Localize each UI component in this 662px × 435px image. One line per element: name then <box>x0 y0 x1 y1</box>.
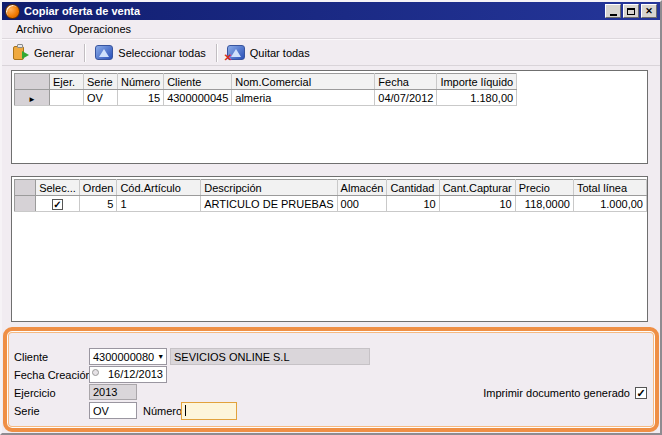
toolbar-separator <box>84 44 85 62</box>
offers-header-ejer[interactable]: Ejer. <box>50 74 84 90</box>
cliente-label: Cliente <box>14 351 48 363</box>
offers-header-cliente[interactable]: Cliente <box>164 74 232 90</box>
minimize-icon <box>610 14 617 16</box>
offers-header-fecha[interactable]: Fecha <box>375 74 437 90</box>
lines-cell-orden[interactable]: 5 <box>79 196 117 212</box>
imprimir-option[interactable]: Imprimir documento generado ✓ <box>483 387 647 399</box>
lines-header-cantcapturar[interactable]: Cant.Capturar <box>439 180 515 196</box>
window-controls: ✕ <box>605 4 657 18</box>
serie-label: Serie <box>14 405 40 417</box>
offers-grid-row[interactable]: ► 2012 OV 15 4300000045 almeria 04/07/20… <box>15 90 517 106</box>
offers-header-nomcomercial[interactable]: Nom.Comercial <box>232 74 375 90</box>
lines-header-orden[interactable]: Orden <box>79 180 117 196</box>
lines-grid-panel: Selec... Orden Cód.Artículo Descripción … <box>11 176 648 322</box>
menubar: Archivo Operaciones <box>2 20 660 39</box>
copiar-oferta-dialog: Copiar oferta de venta ✕ Archivo Operaci… <box>0 0 662 435</box>
serie-field[interactable] <box>89 402 137 419</box>
lines-row-header <box>15 196 36 212</box>
lines-grid-row[interactable]: ✓ 5 1 ARTICULO DE PRUEBAS 000 10 10 118,… <box>15 196 647 212</box>
app-icon <box>5 4 20 19</box>
lines-header-rowselector <box>15 180 36 196</box>
row-indicator-icon: ► <box>28 95 36 104</box>
fecha-creacion-value: 16/12/2013 <box>108 368 163 380</box>
titlebar: Copiar oferta de venta ✕ <box>2 2 660 20</box>
remove-all-icon: ✕ <box>227 45 245 60</box>
minimize-button[interactable] <box>605 4 621 18</box>
offers-cell-ejer[interactable]: 2012 <box>50 90 84 106</box>
offers-cell-serie[interactable]: OV <box>84 90 118 106</box>
ejercicio-label: Ejercicio <box>14 387 56 399</box>
selected-checkbox[interactable]: ✓ <box>52 199 63 210</box>
lines-header-selec[interactable]: Selec... <box>36 180 80 196</box>
date-picker-icon[interactable] <box>92 369 99 376</box>
cliente-combobox[interactable]: 4300000080 ▼ <box>89 348 167 365</box>
toolbar-separator <box>216 44 217 62</box>
lines-cell-almacen[interactable]: 000 <box>337 196 387 212</box>
select-all-icon <box>95 45 113 60</box>
lines-header-almacen[interactable]: Almacén <box>337 180 387 196</box>
text-caret <box>185 405 186 416</box>
close-button[interactable]: ✕ <box>641 4 657 18</box>
offers-grid: Ejer. Serie Número Cliente Nom.Comercial… <box>14 73 517 106</box>
offers-grid-panel: Ejer. Serie Número Cliente Nom.Comercial… <box>11 70 648 164</box>
maximize-icon <box>627 8 635 15</box>
lines-header-precio[interactable]: Precio <box>515 180 573 196</box>
chevron-down-icon[interactable]: ▼ <box>154 353 167 360</box>
lines-header-totallinea[interactable]: Total línea <box>573 180 646 196</box>
lines-cell-selec[interactable]: ✓ <box>36 196 80 212</box>
destination-form-panel: Cliente 4300000080 ▼ Fecha Creación 16/1… <box>3 327 659 432</box>
ejercicio-field <box>89 384 137 400</box>
fecha-creacion-field[interactable]: 16/12/2013 <box>89 366 167 383</box>
offers-header-numero[interactable]: Número <box>118 74 164 90</box>
close-icon: ✕ <box>645 7 653 16</box>
cliente-name-field <box>170 348 370 365</box>
quitar-todas-button[interactable]: ✕ Quitar todas <box>221 43 316 62</box>
maximize-button[interactable] <box>623 4 639 18</box>
numero-label: Número <box>143 405 182 417</box>
lines-header-cantidad[interactable]: Cantidad <box>387 180 439 196</box>
lines-cell-descripcion[interactable]: ARTICULO DE PRUEBAS <box>201 196 337 212</box>
toolbar: Generar Seleccionar todas ✕ Quitar todas <box>2 39 660 66</box>
generate-clipboard-icon <box>12 44 29 61</box>
lines-cell-codarticulo[interactable]: 1 <box>117 196 201 212</box>
menu-archivo[interactable]: Archivo <box>10 21 59 37</box>
seleccionar-todas-button[interactable]: Seleccionar todas <box>89 43 211 62</box>
generar-label: Generar <box>34 47 74 59</box>
offers-cell-importe[interactable]: 1.180,00 <box>437 90 517 106</box>
offers-cell-fecha[interactable]: 04/07/2012 <box>375 90 437 106</box>
lines-grid: Selec... Orden Cód.Artículo Descripción … <box>14 179 647 212</box>
lines-cell-cantcapturar[interactable]: 10 <box>439 196 515 212</box>
imprimir-checkbox[interactable]: ✓ <box>635 387 647 399</box>
seleccionar-todas-label: Seleccionar todas <box>118 47 205 59</box>
lines-cell-precio[interactable]: 118,0000 <box>515 196 573 212</box>
offers-grid-header: Ejer. Serie Número Cliente Nom.Comercial… <box>15 74 517 90</box>
lines-cell-cantidad[interactable]: 10 <box>387 196 439 212</box>
offers-header-importe[interactable]: Importe líquido <box>437 74 517 90</box>
lines-cell-totallinea[interactable]: 1.000,00 <box>573 196 646 212</box>
menu-operaciones[interactable]: Operaciones <box>63 21 137 37</box>
imprimir-label: Imprimir documento generado <box>483 387 630 399</box>
generar-button[interactable]: Generar <box>6 42 80 63</box>
offers-header-serie[interactable]: Serie <box>84 74 118 90</box>
lines-grid-header: Selec... Orden Cód.Artículo Descripción … <box>15 180 647 196</box>
fecha-creacion-label: Fecha Creación <box>14 369 92 381</box>
red-x-icon: ✕ <box>224 53 232 63</box>
offers-header-rowselector <box>15 74 50 90</box>
offers-cell-nomcomercial[interactable]: almeria <box>232 90 375 106</box>
numero-field[interactable] <box>181 402 237 420</box>
cliente-code-value: 4300000080 <box>90 351 154 363</box>
row-indicator: ► <box>15 90 50 106</box>
lines-header-codarticulo[interactable]: Cód.Artículo <box>117 180 201 196</box>
offers-cell-numero[interactable]: 15 <box>118 90 164 106</box>
lines-header-descripcion[interactable]: Descripción <box>201 180 337 196</box>
offers-cell-cliente[interactable]: 4300000045 <box>164 90 232 106</box>
window-title: Copiar oferta de venta <box>24 5 140 17</box>
quitar-todas-label: Quitar todas <box>250 47 310 59</box>
